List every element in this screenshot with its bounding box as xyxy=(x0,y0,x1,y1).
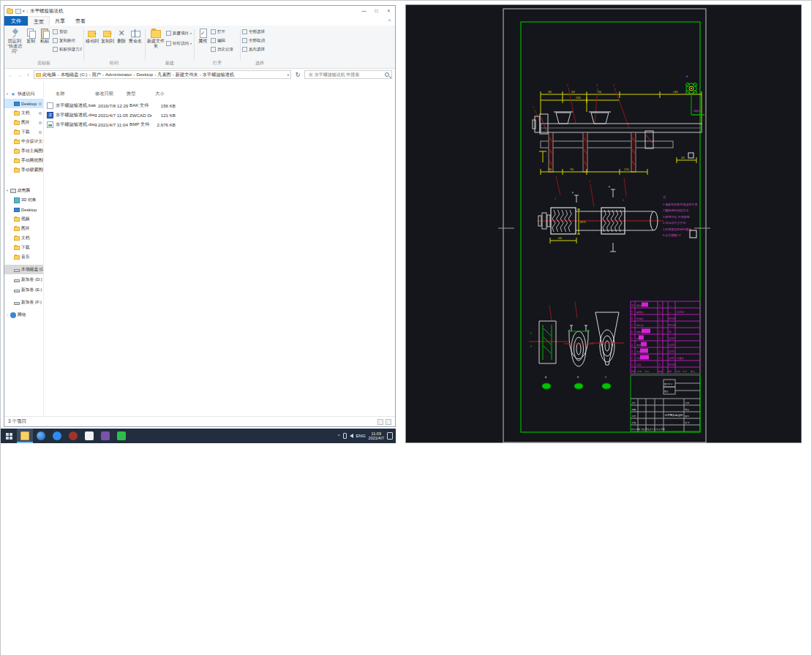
sidebar-item-desktop-pc[interactable]: Desktop xyxy=(4,205,43,214)
file-row[interactable]: 水平螺旋输送机.dwg.BMP 2021/4/7 11:04 BMP 文件 2,… xyxy=(45,120,392,129)
maximize-button[interactable]: □ xyxy=(370,6,383,16)
taskbar-file-explorer[interactable] xyxy=(17,429,33,443)
delete-button[interactable]: ✕ 删除 xyxy=(116,28,127,44)
new-item-button[interactable]: 新建项目 ▾ xyxy=(166,29,192,37)
tab-share[interactable]: 共享 xyxy=(50,16,70,26)
breadcrumb-item[interactable]: 凡素图 xyxy=(157,72,171,78)
sidebar-item-recent-folder[interactable]: 毕业设计文件 xyxy=(4,137,43,146)
chevron-down-icon[interactable]: ▾ xyxy=(4,189,10,192)
address-input[interactable]: 此电脑 › 本地磁盘 (C:) › 用户 › Administrator › D… xyxy=(34,70,291,79)
sidebar-item-volume-e[interactable]: 新加卷 (E:) xyxy=(4,285,43,295)
search-input[interactable] xyxy=(307,71,385,78)
select-all-button[interactable]: 全部选择 xyxy=(242,28,277,36)
sidebar-item-3d-objects[interactable]: 3D 对象 xyxy=(4,195,43,205)
start-button[interactable] xyxy=(1,429,17,443)
address-dropdown-icon[interactable]: ▾ xyxy=(287,73,289,77)
breadcrumb-item[interactable]: Desktop xyxy=(136,72,153,78)
qat-dropdown-icon[interactable]: ▾ xyxy=(23,6,25,16)
sidebar-item-videos[interactable]: 视频 xyxy=(4,214,43,224)
sidebar-section-this-pc[interactable]: ▾ 此电脑 xyxy=(4,186,43,195)
properties-button[interactable]: 属性 xyxy=(196,28,209,44)
pin-to-quick-access-button[interactable]: 固定到“快速访问” xyxy=(6,28,23,54)
taskbar-app-green[interactable] xyxy=(113,429,129,443)
breadcrumb-separator-icon: › xyxy=(173,72,174,78)
move-to-button[interactable]: 移动到 xyxy=(85,28,99,44)
column-header-date[interactable]: 修改日期 xyxy=(95,89,113,98)
tab-home[interactable]: 主页 xyxy=(28,16,50,26)
sidebar-item-recent-folder[interactable]: 手动主阀图纸 xyxy=(4,146,43,156)
sidebar-item-recent-folder[interactable]: 手动网纹图纸 xyxy=(4,156,43,165)
cut-button[interactable]: 剪切 xyxy=(53,28,82,36)
sidebar-section-quick-access[interactable]: ▾ ★ 快速访问 xyxy=(4,89,43,99)
tray-expand-icon[interactable]: ^ xyxy=(338,434,340,438)
column-header-type[interactable]: 类型 xyxy=(127,89,135,98)
tab-file[interactable]: 文件 xyxy=(4,16,28,26)
easy-access-button[interactable]: 轻松访问 ▾ xyxy=(166,39,192,48)
close-button[interactable]: × xyxy=(383,6,395,16)
sidebar-item-documents[interactable]: 文档 xyxy=(4,108,43,118)
phone-icon[interactable] xyxy=(343,433,347,439)
breadcrumb-item[interactable]: 此电脑 xyxy=(42,72,56,78)
copy-path-button[interactable]: 复制路径 xyxy=(53,37,82,45)
sidebar-item-local-disk-c[interactable]: 本地磁盘 (C:) xyxy=(4,265,43,274)
details-view-icon[interactable] xyxy=(377,419,383,425)
breadcrumb-item[interactable]: 用户 xyxy=(91,72,100,78)
search-box[interactable] xyxy=(304,70,392,79)
open-button[interactable]: 打开 xyxy=(211,28,238,36)
clock[interactable]: 11:09 2021/4/7 xyxy=(369,431,384,441)
desktop-icon xyxy=(14,102,20,106)
taskbar-app-browser[interactable] xyxy=(33,429,49,443)
sidebar-item-pictures-pc[interactable]: 图片 xyxy=(4,224,43,233)
breadcrumb-item[interactable]: Administrator xyxy=(105,72,132,78)
taskbar-app-blue[interactable] xyxy=(49,429,65,443)
sidebar-item-pictures[interactable]: 图片 xyxy=(4,118,43,127)
forward-icon[interactable]: → xyxy=(16,72,23,78)
minimize-button[interactable]: — xyxy=(358,6,370,16)
thumbnail-view-icon[interactable] xyxy=(386,419,391,425)
sidebar-item-volume-f[interactable]: 新加卷 (F:) xyxy=(4,298,43,307)
breadcrumb-item[interactable]: 新建文件夹 xyxy=(176,72,198,78)
up-icon[interactable]: ↑ xyxy=(25,72,31,78)
sidebar-item-network[interactable]: › 网络 xyxy=(4,310,43,320)
chevron-down-icon[interactable]: ▾ xyxy=(4,92,10,96)
taskbar-app-white[interactable] xyxy=(81,429,97,443)
breadcrumb-item[interactable]: 水平螺旋输送机 xyxy=(203,72,234,78)
select-none-button[interactable]: 全部取消 xyxy=(242,37,277,45)
file-row[interactable]: 水平螺旋输送机.dwg 2021/4/7 11:05 ZWCAD Drawing… xyxy=(45,110,392,120)
notification-center-icon[interactable] xyxy=(387,432,393,440)
edit-button[interactable]: 编辑 xyxy=(211,37,238,45)
file-row[interactable]: 水平螺旋输送机.bak 2016/7/8 12:29 BAK 文件 156 KB xyxy=(45,101,392,110)
breadcrumb-item[interactable]: 本地磁盘 (C:) xyxy=(61,72,88,78)
sidebar-item-downloads[interactable]: 下载 xyxy=(4,127,43,137)
ribbon-collapse-icon[interactable]: ^ xyxy=(388,16,395,26)
speaker-icon[interactable] xyxy=(350,434,353,438)
sidebar-item-volume-d[interactable]: 新加卷 (D:) xyxy=(4,275,43,284)
language-indicator[interactable]: ENG xyxy=(356,434,366,438)
cad-viewer-window[interactable]: 330 650 700 1300 2580 1 2 3 4 5 6 xyxy=(405,4,802,443)
refresh-icon[interactable]: ↻ xyxy=(293,72,302,78)
sidebar-item-downloads-pc[interactable]: 下载 xyxy=(4,243,43,252)
back-icon[interactable]: ← xyxy=(7,72,14,78)
taskbar-app-purple[interactable] xyxy=(97,429,113,443)
title-bar[interactable]: ▾ | 水平螺旋输送机 — □ × xyxy=(4,6,395,16)
copy-to-button[interactable]: 复制到 xyxy=(100,28,115,44)
chevron-right-icon[interactable]: › xyxy=(4,313,10,317)
invert-selection-button[interactable]: 反向选择 xyxy=(242,45,277,53)
tab-view[interactable]: 查看 xyxy=(70,16,91,26)
sidebar-item-recent-folder[interactable]: 手动锁紧图纸 xyxy=(4,165,43,175)
sidebar-item-music[interactable]: 音乐 xyxy=(4,252,43,262)
copy-button[interactable]: 复制 xyxy=(24,28,37,44)
column-header-name[interactable]: 名称 xyxy=(56,89,64,98)
rename-button[interactable]: 重命名 xyxy=(128,28,143,44)
column-header-size[interactable]: 大小 xyxy=(155,89,164,98)
sidebar-item-desktop[interactable]: Desktop xyxy=(4,99,43,108)
paste-shortcut-button[interactable]: 粘贴快捷方式 xyxy=(53,45,82,53)
new-folder-button[interactable]: 新建文件夹 xyxy=(147,28,165,49)
paste-button[interactable]: 粘贴 xyxy=(38,28,51,44)
history-button[interactable]: 历史记录 xyxy=(211,45,238,53)
search-icon[interactable] xyxy=(385,72,389,77)
quick-access-toolbar-icon[interactable] xyxy=(15,9,21,14)
sidebar-item-documents-pc[interactable]: 文档 xyxy=(4,233,43,243)
cad-canvas[interactable]: 330 650 700 1300 2580 1 2 3 4 5 6 xyxy=(406,5,802,444)
taskbar-app-red[interactable] xyxy=(65,429,81,443)
